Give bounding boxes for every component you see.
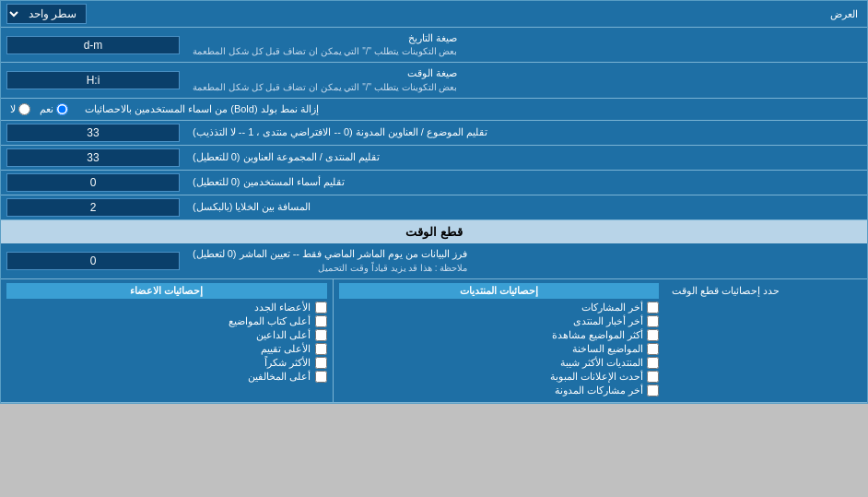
date-format-input[interactable] [6,36,180,54]
cb-members-4-input[interactable] [315,357,327,369]
forum-titles-row: تقليم المنتدى / المجموعة العناوين (0 للت… [1,146,867,171]
main-wrapper: العرض سطر واحد سطرين ثلاثة أسطر صيغة الت… [0,0,868,404]
top-bar-label: العرض [92,5,867,24]
cell-spacing-row: المسافة بين الخلايا (بالبكسل) [1,195,867,220]
cutoff-days-input-cell [1,243,185,278]
bold-remove-radio-cell: نعم لا [1,99,77,120]
date-format-label: صيغة التاريخ بعض التكوينات يتطلب "/" الت… [185,28,867,62]
usernames-input[interactable] [6,173,180,192]
top-bar-select-cell: سطر واحد سطرين ثلاثة أسطر [1,1,92,27]
cell-spacing-label: المسافة بين الخلايا (بالبكسل) [185,195,867,219]
members-stats-title: إحصائيات الاعضاء [6,283,327,299]
top-bar: العرض سطر واحد سطرين ثلاثة أسطر [1,1,867,28]
time-format-input-cell [1,63,185,97]
cb-members-0-input[interactable] [315,302,327,314]
date-format-input-cell [1,28,185,62]
cb-forums-0-input[interactable] [647,302,659,314]
date-format-row: صيغة التاريخ بعض التكوينات يتطلب "/" الت… [1,28,867,63]
members-stats-col: إحصائيات الاعضاء الأعضاء الجدد أعلى كتاب… [1,279,334,402]
cb-forums-1: أخر أخبار المنتدى [339,315,660,327]
cb-members-1: أعلى كتاب المواضيع [6,315,327,327]
cb-members-2: أعلى الداعين [6,329,327,341]
cb-forums-6-input[interactable] [647,385,659,396]
time-format-label: صيغة الوقت بعض التكوينات يتطلب "/" التي … [185,63,867,97]
cutoff-days-row: فرز البيانات من يوم الماشر الماضي فقط --… [1,243,867,278]
cb-members-5: أعلى المخالفين [6,371,327,383]
cb-members-3-input[interactable] [315,343,327,355]
bold-no-radio[interactable] [18,103,30,115]
cb-forums-4: المنتديات الأكثر شيبة [339,357,660,369]
time-format-row: صيغة الوقت بعض التكوينات يتطلب "/" التي … [1,63,867,98]
cb-members-3: الأعلى تقييم [6,343,327,355]
forum-titles-input-cell [1,146,185,170]
cb-forums-5: أحدث الإعلانات المبوبة [339,371,660,383]
cell-spacing-input[interactable] [6,198,180,217]
topic-titles-row: تقليم الموضوع / العناوين المدونة (0 -- ا… [1,121,867,146]
display-select[interactable]: سطر واحد سطرين ثلاثة أسطر [6,4,87,24]
topic-titles-input[interactable] [6,124,180,142]
cb-forums-1-input[interactable] [647,315,659,327]
cb-forums-2-input[interactable] [647,329,659,341]
bold-yes-label[interactable]: نعم [40,103,68,115]
stats-checkboxes-section: حدد إحصائيات قطع الوقت إحصائيات المنتديا… [1,279,867,403]
usernames-label: تقليم أسماء المستخدمين (0 للتعطيل) [185,171,867,195]
cb-members-5-input[interactable] [315,371,327,383]
cb-members-0: الأعضاء الجدد [6,302,327,314]
usernames-input-cell [1,171,185,195]
forum-titles-label: تقليم المنتدى / المجموعة العناوين (0 للت… [185,146,867,170]
cutoff-days-label: فرز البيانات من يوم الماشر الماضي فقط --… [185,243,867,278]
bold-remove-label: إزالة نمط بولد (Bold) من اسماء المستخدمي… [77,99,867,120]
cell-spacing-input-cell [1,195,185,219]
cb-forums-3: المواضيع الساخنة [339,343,660,355]
stats-section-label: حدد إحصائيات قطع الوقت [664,279,867,402]
topic-titles-label: تقليم الموضوع / العناوين المدونة (0 -- ا… [185,121,867,145]
stats-checkboxes-area: إحصائيات المنتديات أخر المشاركات أخر أخب… [1,279,664,402]
cb-forums-0: أخر المشاركات [339,302,660,314]
forum-titles-input[interactable] [6,148,180,167]
cb-forums-3-input[interactable] [647,343,659,355]
cb-forums-4-input[interactable] [647,357,659,369]
topic-titles-input-cell [1,121,185,145]
usernames-row: تقليم أسماء المستخدمين (0 للتعطيل) [1,171,867,195]
cb-members-2-input[interactable] [315,329,327,341]
cb-members-4: الأكثر شكراً [6,357,327,369]
forums-stats-title: إحصائيات المنتديات [339,283,660,299]
cb-members-1-input[interactable] [315,315,327,327]
forums-stats-col: إحصائيات المنتديات أخر المشاركات أخر أخب… [334,279,665,402]
bold-no-label[interactable]: لا [10,103,30,115]
cutoff-days-input[interactable] [6,252,180,270]
bold-remove-row: إزالة نمط بولد (Bold) من اسماء المستخدمي… [1,99,867,121]
time-format-input[interactable] [6,71,180,89]
cb-forums-6: أخر مشاركات المدونة [339,385,660,396]
cb-forums-5-input[interactable] [647,371,659,383]
cb-forums-2: أكثر المواضيع مشاهدة [339,329,660,341]
cutoff-section-header: قطع الوقت [1,220,867,243]
bold-yes-radio[interactable] [56,103,68,115]
